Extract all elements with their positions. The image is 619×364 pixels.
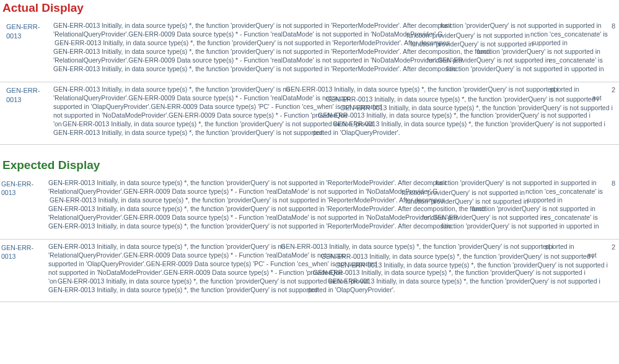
text-fragment: GEN-ERR-0013 Initially, in data source t… — [50, 196, 445, 204]
text-fragment: pported in — [550, 85, 579, 93]
text-fragment: supported in — [532, 38, 568, 47]
text-fragment: function 'providerQuery' is not supporte… — [441, 222, 564, 230]
table-row: GEN-ERR-0013 GEN-ERR-0013 Initially, in … — [0, 176, 619, 240]
error-code-cell: GEN-ERR-0013 — [0, 84, 53, 143]
error-text-cell: GEN-ERR-0013 Initially, in data source t… — [53, 20, 604, 80]
section-heading-expected: Expected Display — [0, 157, 619, 173]
count-cell: 8 — [604, 20, 619, 80]
error-code-cell: GEN-ERR-0013 — [0, 177, 48, 238]
text-fragment: GEN-ERR-0013 Initially, in data source t… — [318, 111, 590, 119]
count-cell: 2 — [604, 241, 619, 300]
text-fragment: function 'providerQuery' is not supporte… — [422, 213, 545, 222]
text-fragment: ported in 'OlapQueryProvider'. — [313, 128, 400, 137]
text-fragment: GEN-ERR-0013 Initially, in data source t… — [58, 277, 368, 285]
text-fragment: GEN-ERR-0013 Initially, in data source t… — [53, 47, 490, 56]
text-fragment: GEN-ERR-0013 Initially, in data source t… — [313, 268, 586, 277]
error-text-cell: GEN-ERR-0013 Initially, in data source t… — [48, 177, 604, 238]
count-cell: 8 — [604, 177, 619, 238]
text-fragment: GEN-ERR-0013 Initially, in data source t… — [53, 21, 452, 30]
text-fragment: GEN-ERR-0013 Initially, in data source t… — [333, 119, 605, 128]
text-fragment: GEN-ERR-0013 Initially, in data source t… — [281, 242, 553, 251]
text-fragment: upported in — [566, 222, 599, 230]
text-fragment: 'on — [53, 119, 62, 128]
error-code-cell: GEN-ERR-0013 — [0, 241, 48, 300]
text-fragment: not — [587, 251, 597, 259]
text-fragment: 'RelationalQueryProvider'.GEN-ERR-0009 D… — [48, 251, 346, 259]
text-fragment: function 'providerQuery' is not supporte… — [427, 56, 550, 64]
text-fragment: not — [592, 93, 602, 102]
text-fragment: 'RelationalQueryProvider'.GEN-ERR-0009 D… — [53, 93, 351, 102]
error-text-cell: GEN-ERR-0013 Initially, in data source t… — [53, 84, 604, 143]
text-fragment: GEN-ERR-0013 Initially, in data source t… — [53, 64, 457, 73]
actual-display-section: Actual Display GEN-ERR-0013 GEN-ERR-0013… — [0, 0, 619, 145]
text-fragment: supported in 'OlapQueryProvider'.GEN-ERR… — [53, 102, 382, 111]
text-fragment: function 'providerQuery' is not supporte… — [436, 178, 597, 187]
section-heading-actual: Actual Display — [0, 0, 619, 16]
text-fragment: GEN-ERR-0013 Initially, in data source t… — [55, 38, 450, 47]
text-fragment: nction 'ces_concatenate' is — [530, 30, 608, 38]
text-fragment: GEN-ERR-0013 Initially, in data source t… — [48, 204, 485, 213]
table-row: GEN-ERR-0013 GEN-ERR-0013 Initially, in … — [0, 19, 619, 82]
text-fragment: GEN-ERR-0013 Initially, in data source t… — [48, 285, 318, 294]
text-fragment: supported in 'OlapQueryProvider'.GEN-ERR… — [48, 259, 377, 268]
text-fragment: GEN-ERR-0013 Initially, in data source t… — [286, 85, 558, 93]
text-fragment: GEN-ERR-0013 Initially, in data source t… — [48, 242, 285, 251]
text-fragment: supported in — [527, 196, 563, 204]
text-fragment: function 'providerQuery' is not supporte… — [472, 204, 595, 213]
text-fragment: upported in — [571, 64, 604, 73]
error-text-cell: GEN-ERR-0013 Initially, in data source t… — [48, 241, 604, 300]
table-row: GEN-ERR-0013 GEN-ERR-0013 Initially, in … — [0, 240, 619, 302]
text-fragment: es_concatenate' is — [544, 213, 598, 222]
text-fragment: es_concatenate' is — [549, 56, 603, 64]
text-fragment: 'RelationalQueryProvider'.GEN-ERR-0009 D… — [48, 187, 437, 196]
text-fragment: 'RelationalQueryProvider'.GEN-ERR-0009 D… — [48, 213, 458, 222]
count-cell: 2 — [604, 84, 619, 143]
text-fragment: function 'providerQuery' is not supporte… — [446, 64, 569, 73]
text-fragment: 'RelationalQueryProvider'.GEN-ERR-0009 D… — [53, 56, 463, 64]
text-fragment: nction 'ces_concatenate' is — [525, 187, 603, 196]
table-row: GEN-ERR-0013 GEN-ERR-0013 Initially, in … — [0, 82, 619, 145]
error-code-cell: GEN-ERR-0013 — [0, 20, 53, 80]
text-fragment: function 'providerQuery' is not supporte… — [477, 47, 600, 56]
text-fragment: not supported in 'NoDataModeProvider'.GE… — [53, 111, 348, 119]
text-fragment: GEN-ERR-0013 Initially, in data source t… — [48, 222, 452, 230]
text-fragment: ported in 'OlapQueryProvider'. — [308, 285, 395, 294]
text-fragment: not supported in 'NoDataModeProvider'.GE… — [48, 268, 343, 277]
text-fragment: pported in — [545, 242, 574, 251]
text-fragment: 'RelationalQueryProvider'.GEN-ERR-0009 D… — [53, 30, 442, 38]
text-fragment: GEN-ERR-0013 Initially, in data source t… — [53, 128, 323, 137]
text-fragment: function 'providerQuery' is not supporte… — [441, 21, 602, 30]
text-fragment: GEN-ERR-0013 Initially, in data source t… — [48, 178, 447, 187]
text-fragment: GEN-ERR-0013 Initially, in data source t… — [63, 119, 373, 128]
expected-display-section: Expected Display GEN-ERR-0013 GEN-ERR-00… — [0, 157, 619, 302]
text-fragment: GEN-ERR-0013 Initially, in data source t… — [53, 85, 290, 93]
text-fragment: GEN-ERR-0013 Initially, in data source t… — [328, 277, 600, 285]
text-fragment: 'on — [48, 277, 57, 285]
